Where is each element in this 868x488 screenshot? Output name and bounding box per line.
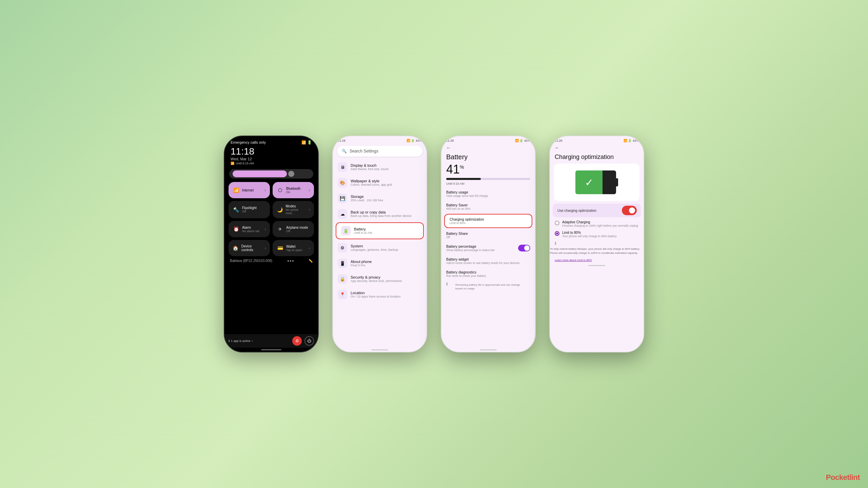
home-bar[interactable] (261, 349, 281, 350)
more-options[interactable] (288, 260, 294, 262)
signal-icons: 📶 🔋 (301, 140, 312, 145)
limit80-radio[interactable] (555, 231, 559, 236)
battery-item-saver[interactable]: Battery Saver Will turn on at 20% (441, 200, 535, 213)
battery-progress-bar (446, 178, 530, 180)
chevron-right-icon: › (252, 339, 253, 343)
qs-tile-airplane[interactable]: ✈ Airplane mode Off (273, 221, 314, 237)
bluetooth-icon: ⬡ (277, 187, 283, 193)
search-placeholder: Search Settings (350, 149, 378, 154)
settings-item-wallpaper[interactable]: 🎨 Wallpaper & style Colors, themed icons… (333, 175, 427, 190)
battery-icon: 🔋 (341, 226, 351, 236)
phone-charging-opt: 11:20 📶 🔋 41% ← Charging optimization ✓ … (549, 136, 644, 352)
device-controls-icon: 🏠 (233, 245, 239, 251)
learn-more-link[interactable]: Learn more about Limit to 80% (550, 255, 644, 264)
battery-item-share[interactable]: Battery Share Off (441, 229, 535, 242)
battery-item-charging-opt[interactable]: Charging optimization Limit to 80% (444, 214, 532, 228)
search-bar[interactable]: 🔍 Search Settings (337, 146, 422, 157)
battery-item-diagnostics[interactable]: Battery diagnostics Run tests to check y… (441, 267, 535, 280)
use-charging-toggle[interactable] (623, 206, 636, 215)
time-2: 11:19 (338, 139, 346, 142)
qs-tile-bluetooth[interactable]: ⬡ Bluetooth On › (273, 182, 314, 198)
emergency-label: Emergency calls only (231, 140, 266, 145)
home-bar-2[interactable] (371, 349, 388, 350)
status-bar-4: 11:20 📶 🔋 41% (550, 136, 644, 144)
battery-until: Until 9:15 AM (441, 181, 535, 187)
status-bar-2: 11:19 📶 🔋 41% (333, 136, 427, 144)
qs-tile-flashlight[interactable]: 🔦 Flashlight Off (229, 201, 270, 218)
settings-item-display[interactable]: 🖥 Display & touch Dark theme, font size,… (333, 159, 427, 175)
modes-icon: 🌙 (277, 207, 283, 212)
back-button-3[interactable]: ← (441, 144, 535, 152)
info-icon: ℹ (229, 339, 230, 343)
wifi-info: 📶 Until 6:15 AM (224, 162, 318, 168)
chevron-right-icon: › (265, 246, 266, 250)
settings-item-location[interactable]: 📍 Location On / 10 apps have access to l… (333, 287, 427, 302)
battery-item-percentage[interactable]: Battery percentage Show battery percenta… (441, 242, 535, 255)
bottom-bar: ℹ 1 app is active › ⚙ ⏻ (224, 334, 318, 348)
adaptive-charging-option[interactable]: Adaptive Charging Finishes charging to 1… (550, 219, 644, 229)
battery-info-text: Remaining battery life is approximate an… (451, 282, 530, 292)
settings-item-system[interactable]: ⚙ System Languages, gestures, time, back… (333, 240, 427, 256)
settings-list: 🖥 Display & touch Dark theme, font size,… (333, 159, 427, 348)
charging-info-row: ℹ (550, 240, 644, 247)
battery-visual: ✓ (575, 170, 618, 194)
alarm-icon: ⏰ (233, 226, 239, 232)
power-button[interactable]: ⏻ (304, 336, 314, 346)
back-button-4[interactable]: ← (550, 144, 644, 152)
limit80-option[interactable]: Limit to 80% Your phone will only charge… (550, 229, 644, 240)
battery-green-part: ✓ (575, 170, 603, 194)
settings-item-backup[interactable]: ☁ Back up or copy data Back up data, bri… (333, 206, 427, 222)
adaptive-charging-radio[interactable] (555, 221, 559, 225)
brightness-thumb[interactable] (288, 171, 294, 177)
app-active-indicator[interactable]: ℹ 1 app is active › (229, 339, 290, 343)
use-charging-row: Use charging optimization (553, 204, 641, 217)
wallet-icon: 💳 (277, 245, 283, 251)
settings-item-storage[interactable]: 💾 Storage 25% used · 191 GB free (333, 190, 427, 206)
settings-item-battery[interactable]: 🔋 Battery Until 9:15 AM (336, 222, 424, 239)
qs-tile-internet[interactable]: 📶 Internet › (229, 182, 270, 198)
display-icon: 🖥 (338, 162, 347, 172)
charging-info-text: To help extend battery lifespan, your ph… (550, 247, 644, 255)
watermark: Pocketlint (826, 473, 860, 482)
use-charging-label: Use charging optimization (557, 209, 596, 212)
battery-dark-part (603, 170, 616, 194)
qs-tile-device-controls[interactable]: 🏠 Device controls › (229, 240, 270, 256)
clock: 11:18 (224, 146, 318, 157)
home-bar-4[interactable] (588, 265, 605, 266)
chevron-right-icon: › (309, 246, 310, 250)
battery-tip (616, 178, 618, 186)
home-bar-3[interactable] (480, 349, 497, 350)
quick-settings-grid: 📶 Internet › ⬡ Bluetooth On › 🔦 Flashlig… (224, 182, 318, 256)
settings-button[interactable]: ⚙ (292, 336, 302, 346)
battery-page-title: Battery (441, 152, 535, 162)
battery-info-row: ℹ Remaining battery life is approximate … (441, 280, 535, 293)
settings-item-security[interactable]: 🔒 Security & privacy App security, devic… (333, 271, 427, 287)
battery-progress-fill (446, 178, 481, 180)
qs-tile-wallet[interactable]: 💳 Wallet Tap to open › (273, 240, 314, 256)
date: Wed, Mar 12 (224, 157, 318, 162)
phone-icon: 📱 (338, 259, 347, 268)
phone-settings-list: 11:19 📶 🔋 41% 🔍 Search Settings 🖥 Displa… (332, 136, 427, 352)
backup-icon: ☁ (338, 209, 347, 219)
storage-icon: 💾 (338, 194, 347, 203)
info-icon: ℹ (446, 282, 448, 286)
chevron-right-icon: › (265, 227, 266, 231)
watermark-prefix: P (826, 473, 831, 482)
qs-tile-modes[interactable]: 🌙 Modes No active mod... › (273, 201, 314, 218)
watermark-suffix: cketlint (835, 473, 860, 482)
battery-item-widget[interactable]: Battery widget Add to home screen to see… (441, 255, 535, 267)
qs-tile-alarm[interactable]: ⏰ Alarm No alarm set › (229, 221, 270, 237)
battery-item-usage[interactable]: Battery usage View usage since last full… (441, 187, 535, 200)
status-bar-3: 11:20 📶 🔋 41% (441, 136, 535, 144)
time-3: 11:20 (446, 139, 454, 142)
brightness-control[interactable] (229, 169, 313, 179)
charging-opt-title: Charging optimization (550, 152, 644, 164)
edit-icon[interactable]: ✏️ (309, 259, 313, 263)
charging-image: ✓ (554, 164, 639, 201)
watermark-highlight: o (831, 473, 835, 482)
device-name: Baklava (BP22.250103.008) (230, 259, 272, 263)
charging-info-icon: ℹ (555, 241, 556, 246)
brightness-fill (233, 170, 287, 177)
battery-percentage-toggle[interactable] (518, 245, 530, 251)
settings-item-about[interactable]: 📱 About phone Pixel 9 Pro (333, 256, 427, 271)
